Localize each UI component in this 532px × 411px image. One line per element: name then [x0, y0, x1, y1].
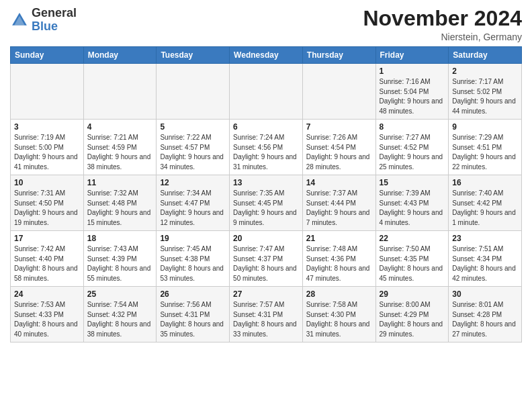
- day-number: 16: [452, 178, 518, 187]
- calendar-header: Sunday Monday Tuesday Wednesday Thursday…: [11, 47, 522, 64]
- day-detail: Sunrise: 7:53 AM Sunset: 4:33 PM Dayligh…: [14, 300, 80, 339]
- day-number: 4: [87, 122, 153, 132]
- day-detail: Sunrise: 7:35 AM Sunset: 4:45 PM Dayligh…: [233, 189, 299, 228]
- calendar-cell: 13Sunrise: 7:35 AM Sunset: 4:45 PM Dayli…: [230, 175, 303, 231]
- day-number: 25: [87, 289, 153, 299]
- logo-text: General Blue: [32, 7, 77, 34]
- day-number: 28: [306, 289, 372, 299]
- calendar-cell: 29Sunrise: 8:00 AM Sunset: 4:29 PM Dayli…: [375, 287, 449, 342]
- calendar-cell: 21Sunrise: 7:48 AM Sunset: 4:36 PM Dayli…: [302, 231, 375, 287]
- calendar-cell: 7Sunrise: 7:26 AM Sunset: 4:54 PM Daylig…: [302, 120, 375, 175]
- day-number: 3: [14, 122, 80, 132]
- calendar-cell: 16Sunrise: 7:40 AM Sunset: 4:42 PM Dayli…: [449, 175, 522, 231]
- day-detail: Sunrise: 7:47 AM Sunset: 4:37 PM Dayligh…: [233, 244, 299, 283]
- logo-general: General: [32, 6, 77, 19]
- day-detail: Sunrise: 7:48 AM Sunset: 4:36 PM Dayligh…: [306, 244, 372, 283]
- day-detail: Sunrise: 7:29 AM Sunset: 4:51 PM Dayligh…: [452, 133, 518, 172]
- day-number: 1: [380, 66, 445, 76]
- day-detail: Sunrise: 7:42 AM Sunset: 4:40 PM Dayligh…: [14, 244, 80, 283]
- day-detail: Sunrise: 7:31 AM Sunset: 4:50 PM Dayligh…: [14, 189, 80, 228]
- day-number: 2: [452, 66, 518, 76]
- page-header: General Blue November 2024 Nierstein, Ge…: [10, 7, 522, 42]
- day-detail: Sunrise: 7:19 AM Sunset: 5:00 PM Dayligh…: [14, 133, 80, 172]
- calendar-cell: 18Sunrise: 7:43 AM Sunset: 4:39 PM Dayli…: [83, 231, 157, 287]
- day-detail: Sunrise: 7:45 AM Sunset: 4:38 PM Dayligh…: [160, 244, 226, 283]
- calendar-week-1: 1Sunrise: 7:16 AM Sunset: 5:04 PM Daylig…: [11, 64, 522, 120]
- header-row: Sunday Monday Tuesday Wednesday Thursday…: [11, 47, 522, 64]
- day-detail: Sunrise: 7:16 AM Sunset: 5:04 PM Dayligh…: [380, 77, 445, 116]
- day-number: 9: [452, 122, 518, 132]
- calendar-cell: 22Sunrise: 7:50 AM Sunset: 4:35 PM Dayli…: [375, 231, 449, 287]
- calendar-cell: 5Sunrise: 7:22 AM Sunset: 4:57 PM Daylig…: [157, 120, 230, 175]
- logo: General Blue: [10, 7, 77, 34]
- col-sunday: Sunday: [11, 47, 84, 64]
- calendar-cell: [157, 64, 230, 120]
- calendar-cell: 24Sunrise: 7:53 AM Sunset: 4:33 PM Dayli…: [11, 287, 84, 342]
- day-number: 11: [87, 178, 153, 187]
- col-saturday: Saturday: [449, 47, 522, 64]
- col-wednesday: Wednesday: [230, 47, 303, 64]
- day-number: 30: [452, 289, 518, 299]
- calendar-cell: 28Sunrise: 7:58 AM Sunset: 4:30 PM Dayli…: [302, 287, 375, 342]
- calendar-cell: 23Sunrise: 7:51 AM Sunset: 4:34 PM Dayli…: [449, 231, 522, 287]
- calendar-cell: [302, 64, 375, 120]
- col-friday: Friday: [375, 47, 449, 64]
- day-detail: Sunrise: 7:57 AM Sunset: 4:31 PM Dayligh…: [233, 300, 299, 339]
- day-number: 17: [14, 234, 80, 243]
- calendar-cell: 27Sunrise: 7:57 AM Sunset: 4:31 PM Dayli…: [230, 287, 303, 342]
- calendar-week-5: 24Sunrise: 7:53 AM Sunset: 4:33 PM Dayli…: [11, 287, 522, 342]
- calendar-cell: 20Sunrise: 7:47 AM Sunset: 4:37 PM Dayli…: [230, 231, 303, 287]
- day-detail: Sunrise: 7:39 AM Sunset: 4:43 PM Dayligh…: [380, 189, 445, 228]
- day-number: 15: [380, 178, 445, 187]
- day-detail: Sunrise: 8:01 AM Sunset: 4:28 PM Dayligh…: [452, 300, 518, 339]
- day-number: 18: [87, 234, 153, 243]
- col-tuesday: Tuesday: [157, 47, 230, 64]
- logo-icon: [10, 11, 29, 30]
- day-detail: Sunrise: 7:58 AM Sunset: 4:30 PM Dayligh…: [306, 300, 372, 339]
- day-detail: Sunrise: 7:27 AM Sunset: 4:52 PM Dayligh…: [380, 133, 445, 172]
- day-detail: Sunrise: 7:40 AM Sunset: 4:42 PM Dayligh…: [452, 189, 518, 228]
- day-detail: Sunrise: 7:51 AM Sunset: 4:34 PM Dayligh…: [452, 244, 518, 283]
- calendar-cell: [83, 64, 157, 120]
- calendar-cell: 14Sunrise: 7:37 AM Sunset: 4:44 PM Dayli…: [302, 175, 375, 231]
- day-detail: Sunrise: 7:34 AM Sunset: 4:47 PM Dayligh…: [160, 189, 226, 228]
- day-number: 5: [160, 122, 226, 132]
- day-number: 24: [14, 289, 80, 299]
- calendar-body: 1Sunrise: 7:16 AM Sunset: 5:04 PM Daylig…: [11, 64, 522, 342]
- calendar-cell: 8Sunrise: 7:27 AM Sunset: 4:52 PM Daylig…: [375, 120, 449, 175]
- calendar-cell: 25Sunrise: 7:54 AM Sunset: 4:32 PM Dayli…: [83, 287, 157, 342]
- calendar-cell: 17Sunrise: 7:42 AM Sunset: 4:40 PM Dayli…: [11, 231, 84, 287]
- calendar-cell: 1Sunrise: 7:16 AM Sunset: 5:04 PM Daylig…: [375, 64, 449, 120]
- calendar-cell: 30Sunrise: 8:01 AM Sunset: 4:28 PM Dayli…: [449, 287, 522, 342]
- calendar-cell: 12Sunrise: 7:34 AM Sunset: 4:47 PM Dayli…: [157, 175, 230, 231]
- day-detail: Sunrise: 7:24 AM Sunset: 4:56 PM Dayligh…: [233, 133, 299, 172]
- day-detail: Sunrise: 7:21 AM Sunset: 4:59 PM Dayligh…: [87, 133, 153, 172]
- calendar-cell: 19Sunrise: 7:45 AM Sunset: 4:38 PM Dayli…: [157, 231, 230, 287]
- title-block: November 2024 Nierstein, Germany: [363, 7, 522, 42]
- calendar-week-2: 3Sunrise: 7:19 AM Sunset: 5:00 PM Daylig…: [11, 120, 522, 175]
- day-detail: Sunrise: 7:26 AM Sunset: 4:54 PM Dayligh…: [306, 133, 372, 172]
- day-number: 14: [306, 178, 372, 187]
- day-detail: Sunrise: 7:56 AM Sunset: 4:31 PM Dayligh…: [160, 300, 226, 339]
- calendar-cell: 6Sunrise: 7:24 AM Sunset: 4:56 PM Daylig…: [230, 120, 303, 175]
- day-detail: Sunrise: 7:17 AM Sunset: 5:02 PM Dayligh…: [452, 77, 518, 116]
- day-number: 6: [233, 122, 299, 132]
- calendar-cell: 26Sunrise: 7:56 AM Sunset: 4:31 PM Dayli…: [157, 287, 230, 342]
- calendar-cell: 4Sunrise: 7:21 AM Sunset: 4:59 PM Daylig…: [83, 120, 157, 175]
- calendar-cell: 15Sunrise: 7:39 AM Sunset: 4:43 PM Dayli…: [375, 175, 449, 231]
- col-thursday: Thursday: [302, 47, 375, 64]
- day-detail: Sunrise: 7:22 AM Sunset: 4:57 PM Dayligh…: [160, 133, 226, 172]
- calendar-cell: 9Sunrise: 7:29 AM Sunset: 4:51 PM Daylig…: [449, 120, 522, 175]
- calendar-cell: 11Sunrise: 7:32 AM Sunset: 4:48 PM Dayli…: [83, 175, 157, 231]
- day-detail: Sunrise: 8:00 AM Sunset: 4:29 PM Dayligh…: [380, 300, 445, 339]
- day-number: 12: [160, 178, 226, 187]
- day-number: 21: [306, 234, 372, 243]
- day-number: 22: [380, 234, 445, 243]
- day-detail: Sunrise: 7:32 AM Sunset: 4:48 PM Dayligh…: [87, 189, 153, 228]
- calendar-cell: 2Sunrise: 7:17 AM Sunset: 5:02 PM Daylig…: [449, 64, 522, 120]
- calendar-week-4: 17Sunrise: 7:42 AM Sunset: 4:40 PM Dayli…: [11, 231, 522, 287]
- day-detail: Sunrise: 7:37 AM Sunset: 4:44 PM Dayligh…: [306, 189, 372, 228]
- calendar-cell: 3Sunrise: 7:19 AM Sunset: 5:00 PM Daylig…: [11, 120, 84, 175]
- calendar-week-3: 10Sunrise: 7:31 AM Sunset: 4:50 PM Dayli…: [11, 175, 522, 231]
- day-number: 29: [380, 289, 445, 299]
